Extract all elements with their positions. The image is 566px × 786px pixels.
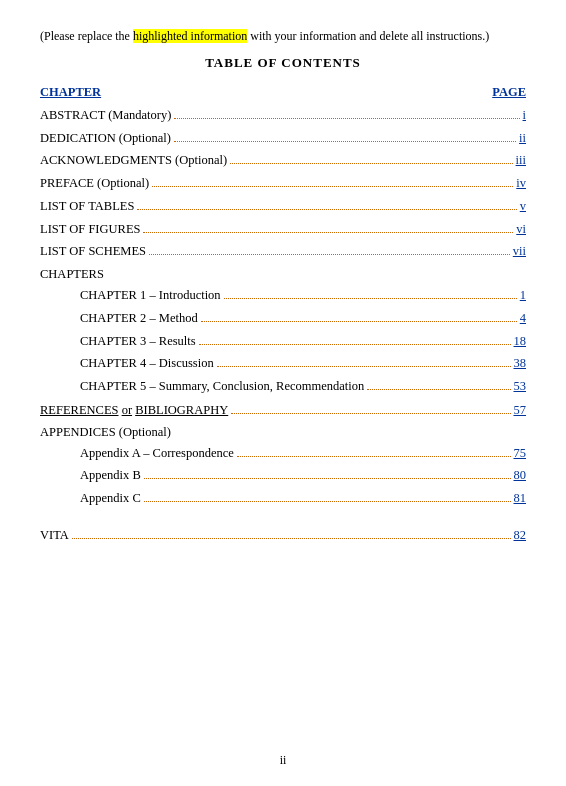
toc-header-row: CHAPTER PAGE	[40, 85, 526, 100]
footer-page-number: ii	[0, 753, 566, 768]
appendices-heading: APPENDICES (Optional)	[40, 425, 526, 440]
toc-entry-list-figures: LIST OF FIGURES vi	[40, 220, 526, 239]
dots	[230, 163, 512, 164]
dots	[143, 232, 513, 233]
toc-entry-chapter3: CHAPTER 3 – Results 18	[80, 332, 526, 351]
toc-entry-chapter5: CHAPTER 5 – Summary, Conclusion, Recomme…	[80, 377, 526, 396]
references-page: 57	[514, 401, 527, 420]
toc-entry-preface: PREFACE (Optional) iv	[40, 174, 526, 193]
vita-text: VITA	[40, 528, 69, 543]
entry-dedication-page: ii	[519, 129, 526, 148]
vita-page: 82	[514, 528, 527, 543]
chapter-column-header: CHAPTER	[40, 85, 101, 100]
entry-acknowledgments-page: iii	[516, 151, 526, 170]
dots	[201, 321, 517, 322]
chapter4-text: CHAPTER 4 – Discussion	[80, 354, 214, 373]
chapters-heading: CHAPTERS	[40, 267, 526, 282]
toc-entry-list-schemes: LIST OF SCHEMES vii	[40, 242, 526, 261]
chapter3-page: 18	[514, 332, 527, 351]
entry-preface-text: PREFACE (Optional)	[40, 174, 149, 193]
entry-list-figures-page: vi	[516, 220, 526, 239]
appendices-list: Appendix A – Correspondence 75 Appendix …	[40, 444, 526, 508]
chapter4-page: 38	[514, 354, 527, 373]
dots	[224, 298, 517, 299]
dots	[149, 254, 510, 255]
instruction-after: with your information and delete all ins…	[247, 29, 489, 43]
dots	[144, 478, 511, 479]
page-column-header: PAGE	[492, 85, 526, 100]
entry-list-figures-text: LIST OF FIGURES	[40, 220, 140, 239]
toc-entry-appendix-a: Appendix A – Correspondence 75	[80, 444, 526, 463]
toc-entry-appendix-b: Appendix B 80	[80, 466, 526, 485]
dots	[367, 389, 510, 390]
dots	[174, 118, 519, 119]
page: (Please replace the highlighted informat…	[0, 0, 566, 786]
appendix-c-page: 81	[514, 489, 527, 508]
toc-entry-acknowledgments: ACKNOWLEDGMENTS (Optional) iii	[40, 151, 526, 170]
chapters-list: CHAPTER 1 – Introduction 1 CHAPTER 2 – M…	[40, 286, 526, 396]
dots	[152, 186, 513, 187]
toc-entry-appendix-c: Appendix C 81	[80, 489, 526, 508]
dots	[237, 456, 511, 457]
dots	[72, 538, 511, 539]
toc-entry-chapter4: CHAPTER 4 – Discussion 38	[80, 354, 526, 373]
entry-dedication-text: DEDICATION (Optional)	[40, 129, 171, 148]
dots	[144, 501, 511, 502]
toc-entry-chapter1: CHAPTER 1 – Introduction 1	[80, 286, 526, 305]
instruction-before: (Please replace the	[40, 29, 133, 43]
or-label: or	[122, 403, 132, 417]
references-label: REFERENCES	[40, 403, 119, 417]
references-text: REFERENCES or BIBLIOGRAPHY	[40, 401, 228, 420]
entry-list-tables-page: v	[520, 197, 526, 216]
chapter2-page: 4	[520, 309, 526, 328]
dots	[137, 209, 516, 210]
entry-abstract-page: i	[523, 106, 526, 125]
chapter1-page: 1	[520, 286, 526, 305]
chapter1-text: CHAPTER 1 – Introduction	[80, 286, 221, 305]
toc-title: TABLE OF CONTENTS	[40, 55, 526, 71]
toc-entry-dedication: DEDICATION (Optional) ii	[40, 129, 526, 148]
entry-acknowledgments-text: ACKNOWLEDGMENTS (Optional)	[40, 151, 227, 170]
chapter2-text: CHAPTER 2 – Method	[80, 309, 198, 328]
toc-entry-vita: VITA 82	[40, 528, 526, 543]
toc-entry-references: REFERENCES or BIBLIOGRAPHY 57	[40, 401, 526, 420]
toc-entry-chapter2: CHAPTER 2 – Method 4	[80, 309, 526, 328]
toc-entry-list-tables: LIST OF TABLES v	[40, 197, 526, 216]
instruction-text: (Please replace the highlighted informat…	[40, 28, 526, 45]
entry-list-schemes-page: vii	[513, 242, 526, 261]
dots	[231, 413, 510, 414]
appendix-b-page: 80	[514, 466, 527, 485]
entry-abstract-text: ABSTRACT (Mandatory)	[40, 106, 171, 125]
entry-preface-page: iv	[516, 174, 526, 193]
bibliography-label: BIBLIOGRAPHY	[135, 403, 228, 417]
chapter3-text: CHAPTER 3 – Results	[80, 332, 196, 351]
appendix-a-page: 75	[514, 444, 527, 463]
chapter5-text: CHAPTER 5 – Summary, Conclusion, Recomme…	[80, 377, 364, 396]
dots	[174, 141, 516, 142]
dots	[199, 344, 511, 345]
appendix-a-text: Appendix A – Correspondence	[80, 444, 234, 463]
appendix-b-text: Appendix B	[80, 466, 141, 485]
appendix-c-text: Appendix C	[80, 489, 141, 508]
chapter5-page: 53	[514, 377, 527, 396]
entry-list-schemes-text: LIST OF SCHEMES	[40, 242, 146, 261]
dots	[217, 366, 511, 367]
toc-entry-abstract: ABSTRACT (Mandatory) i	[40, 106, 526, 125]
instruction-highlight: highlighted information	[133, 29, 247, 43]
entry-list-tables-text: LIST OF TABLES	[40, 197, 134, 216]
